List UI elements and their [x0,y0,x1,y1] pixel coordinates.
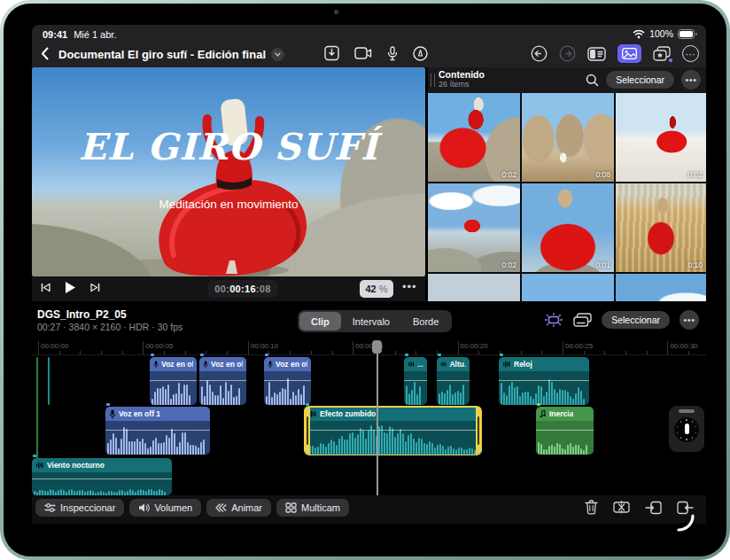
jog-wheel[interactable] [669,406,704,452]
waveform-bar [503,393,505,405]
viewer-zoom-control[interactable]: 42% [360,280,393,298]
back-button[interactable] [41,47,49,60]
clip-voz-en-off-2[interactable]: Voz en off 2 [150,357,197,405]
overwrite-clip-button[interactable] [677,501,694,515]
clip-inercia[interactable]: Inercia [536,407,594,455]
clip-reloj[interactable]: Reloj [499,357,589,405]
playhead-grip[interactable] [372,340,382,354]
browser-select-button[interactable]: Seleccionar [606,71,674,89]
timeline-ruler[interactable]: 00:00:0000:00:0500:00:1000:00:1500:00:20… [32,340,706,355]
date: Mié 1 abr. [74,29,116,40]
waveform-bar [157,388,159,405]
record-video-button[interactable] [354,47,372,59]
effects-button[interactable] [653,46,671,61]
search-button[interactable] [586,74,599,87]
project-title-row[interactable]: Documental El giro sufí - Edición final [58,48,284,61]
dial-dot [677,432,679,434]
clip-efecto-zumbido[interactable]: Efecto zumbido [305,407,481,455]
clip-viento-nocturno[interactable]: Viento nocturno [32,458,172,495]
skip-back-button[interactable] [41,283,50,292]
import-button[interactable] [324,45,339,61]
volumen-button[interactable]: Volumen [129,499,201,517]
transport-bar: 00:00:16:08 42% ••• [32,276,425,301]
inspector-panel-button[interactable] [587,47,606,61]
split-clip-button[interactable] [613,500,630,515]
waveform-bar [548,446,550,455]
clip-voz-en-off-3[interactable]: Voz en off 3 [264,357,311,405]
jog-wheel-handle[interactable] [679,409,695,413]
waveform-bar [118,448,120,455]
ruler-tick [478,351,479,354]
volume-line[interactable] [437,380,470,381]
playhead[interactable] [377,340,378,495]
dial-dot [677,426,679,428]
timecode-display[interactable]: 00:00:16:08 [208,280,277,298]
clip-voz-en-off-2[interactable]: Voz en off 2 [199,357,246,405]
media-item-badlands-clouds[interactable]: 0:02 [428,183,520,272]
waveform-bar [107,443,109,455]
delete-button[interactable] [585,500,598,515]
transport-controls [41,281,100,294]
media-browser-button[interactable] [617,44,641,63]
multicam-button[interactable]: Multicam [276,499,349,517]
connected-clips-button[interactable] [573,313,592,327]
pane-drag-handle[interactable] [431,74,435,87]
clip-waveform [264,371,311,405]
magnetic-timeline-button[interactable] [544,312,563,328]
trim-handle-left[interactable] [305,407,310,455]
toolbar-more-button[interactable]: ⋯ [682,45,699,62]
mic-icon [153,360,159,369]
waveform-bar [198,447,199,455]
media-item-sky-clouds[interactable] [616,274,706,301]
animar-button[interactable]: Animar [206,499,271,517]
waveform-bar [471,448,473,455]
inspeccionar-button[interactable]: Inspeccionar [35,499,124,517]
timeline-more-button[interactable]: ••• [680,310,699,330]
redo-button[interactable] [559,45,576,62]
skip-forward-button[interactable] [90,283,100,292]
media-item-cappadocia[interactable]: 0:08 [522,93,614,182]
volume-line[interactable] [305,430,481,431]
waveform-bar [567,445,569,455]
segment-borde[interactable]: Borde [401,312,450,331]
media-item-dancer-rocks[interactable]: 0:02 [428,93,520,182]
insert-clip-button[interactable] [645,501,662,515]
wifi-icon [633,29,645,39]
media-item-salt-flat[interactable]: 0:02 [616,93,706,182]
waveform-bar [271,397,273,405]
media-item-dancer-close[interactable]: 0:01 [522,183,614,272]
volume-line[interactable] [499,380,589,381]
volume-line[interactable] [404,380,427,381]
draw-button[interactable] [413,46,428,61]
undo-button[interactable] [531,45,548,62]
media-item-hat-profile[interactable] [522,274,614,301]
waveform-bar [575,393,577,405]
segment-clip[interactable]: Clip [299,312,341,331]
volume-line[interactable] [536,430,594,431]
timeline-select-button[interactable]: Seleccionar [602,311,670,329]
clip-altu-[interactable]: Altu… [437,357,470,405]
browser-more-button[interactable]: ••• [681,70,701,89]
segment-intervalo[interactable]: Intervalo [341,312,401,331]
volume-line[interactable] [264,380,311,381]
jog-dial[interactable] [674,417,699,442]
waveform-bar [238,388,240,405]
waveform-bar [546,392,548,405]
video-viewer[interactable]: EL GIRO SUFÍ Meditación en movimiento [32,67,425,276]
volume-line[interactable] [199,380,246,381]
waveform-bar [413,439,415,455]
volume-line[interactable] [105,430,210,431]
viewer-more-button[interactable]: ••• [402,280,417,293]
clip--[interactable]: … [404,357,427,405]
media-item-wheat-field[interactable]: 0:10 [616,183,706,272]
clip-voz-en-off-1[interactable]: Voz en off 1 [105,407,210,455]
media-item-badlands-partial[interactable] [428,274,520,301]
play-button[interactable] [65,281,76,294]
record-audio-button[interactable] [387,46,398,61]
trim-handle-right[interactable] [476,407,481,455]
waveform-bar [298,389,299,405]
volume-line[interactable] [150,380,197,381]
ruler-tick [667,341,668,354]
title-dropdown-button[interactable] [271,48,284,61]
volume-line[interactable] [32,478,172,479]
